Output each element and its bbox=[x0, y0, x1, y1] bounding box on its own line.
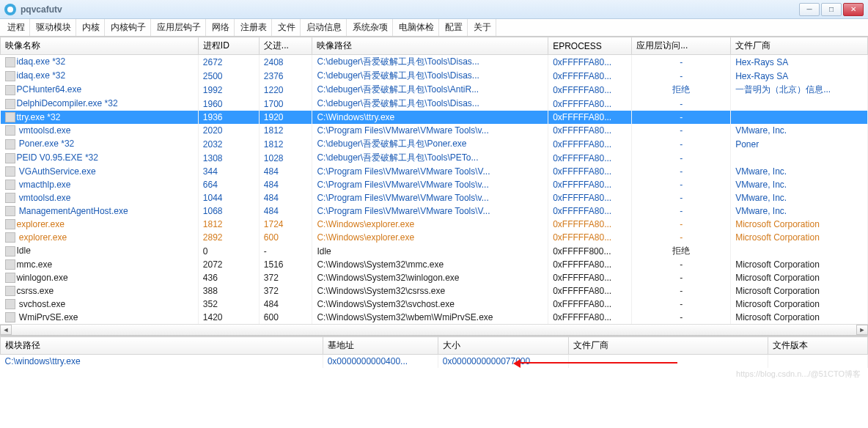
menu-10[interactable]: 电脑体检 bbox=[394, 19, 439, 36]
process-row[interactable]: VGAuthService.exe344484C:\Program Files\… bbox=[1, 165, 868, 178]
menu-2[interactable]: 内核 bbox=[78, 19, 105, 36]
cell: Hex-Rays SA bbox=[731, 55, 868, 70]
cell: - bbox=[632, 298, 731, 311]
cell: 1044 bbox=[198, 191, 259, 204]
proc-col-2[interactable]: 父进... bbox=[259, 37, 312, 55]
process-row[interactable]: idaq.exe *3226722408C:\debuger\吾爱破解工具包\T… bbox=[1, 55, 868, 70]
process-icon bbox=[5, 193, 15, 203]
process-icon bbox=[5, 71, 15, 81]
menu-1[interactable]: 驱动模块 bbox=[32, 19, 76, 36]
process-row[interactable]: ManagementAgentHost.exe1068484C:\Program… bbox=[1, 204, 868, 218]
proc-col-5[interactable]: 应用层访问... bbox=[632, 37, 731, 55]
mod-col-0[interactable]: 模块路径 bbox=[1, 337, 323, 355]
cell: idaq.exe *32 bbox=[1, 55, 199, 70]
cell: explorer.exe bbox=[1, 231, 199, 244]
cell: Microsoft Corporation bbox=[731, 218, 868, 231]
process-row[interactable]: idaq.exe *3225002376C:\debuger\吾爱破解工具包\T… bbox=[1, 69, 868, 83]
cell: 1700 bbox=[259, 97, 312, 111]
close-button[interactable]: ✕ bbox=[843, 3, 864, 16]
proc-col-0[interactable]: 映像名称 bbox=[1, 37, 199, 55]
cell bbox=[731, 111, 868, 124]
cell: 0xFFFFFA80... bbox=[548, 258, 632, 271]
cell: 2032 bbox=[198, 137, 259, 151]
module-row[interactable]: C:\windows\ttry.exe0x0000000000400...0x0… bbox=[1, 355, 868, 368]
menu-12[interactable]: 关于 bbox=[469, 19, 496, 36]
cell: 0xFFFFFA80... bbox=[548, 55, 632, 70]
mod-col-4[interactable]: 文件版本 bbox=[768, 337, 867, 355]
module-table-header[interactable]: 模块路径基地址大小文件厂商文件版本 bbox=[1, 337, 868, 355]
proc-col-3[interactable]: 映像路径 bbox=[312, 37, 548, 55]
process-icon bbox=[5, 139, 15, 150]
cell: - bbox=[632, 165, 731, 178]
process-table-wrap: 映像名称进程ID父进...映像路径EPROCESS应用层访问...文件厂商 id… bbox=[0, 37, 868, 324]
cell: 436 bbox=[198, 271, 259, 284]
minimize-button[interactable]: ─ bbox=[799, 3, 820, 16]
module-table[interactable]: 模块路径基地址大小文件厂商文件版本 C:\windows\ttry.exe0x0… bbox=[0, 336, 868, 368]
cell: ManagementAgentHost.exe bbox=[1, 204, 199, 218]
process-row[interactable]: svchost.exe352484C:\Windows\System32\svc… bbox=[1, 298, 868, 311]
process-row[interactable]: PEID V0.95.EXE *3213081028C:\debuger\吾爱破… bbox=[1, 151, 868, 165]
mod-col-1[interactable]: 基地址 bbox=[323, 337, 438, 355]
cell: C:\Windows\System32\svchost.exe bbox=[312, 298, 548, 311]
horizontal-scrollbar[interactable]: ◄ ► bbox=[0, 324, 868, 336]
cell: 0xFFFFFA80... bbox=[548, 311, 632, 324]
cell: 0xFFFFFA80... bbox=[548, 298, 632, 311]
cell: 2020 bbox=[198, 124, 259, 137]
scroll-right-arrow[interactable]: ► bbox=[856, 325, 868, 335]
cell: - bbox=[632, 271, 731, 284]
process-table-header[interactable]: 映像名称进程ID父进...映像路径EPROCESS应用层访问...文件厂商 bbox=[1, 37, 868, 55]
mod-col-3[interactable]: 文件厂商 bbox=[568, 337, 768, 355]
process-row[interactable]: vmtoolsd.exe20201812C:\Program Files\VMw… bbox=[1, 124, 868, 137]
cell: vmtoolsd.exe bbox=[1, 124, 199, 137]
cell: 2500 bbox=[198, 69, 259, 83]
process-row[interactable]: vmtoolsd.exe1044484C:\Program Files\VMwa… bbox=[1, 191, 868, 204]
process-row[interactable]: explorer.exe18121724C:\Windows\explorer.… bbox=[1, 218, 868, 231]
cell: - bbox=[632, 69, 731, 83]
cell: 484 bbox=[259, 204, 312, 218]
menu-0[interactable]: 进程 bbox=[3, 19, 30, 36]
process-icon bbox=[5, 206, 15, 216]
menu-4[interactable]: 应用层钩子 bbox=[152, 19, 206, 36]
process-row[interactable]: mmc.exe20721516C:\Windows\System32\mmc.e… bbox=[1, 258, 868, 271]
cell: C:\Program Files\VMware\VMware Tools\V..… bbox=[312, 204, 548, 218]
cell: VMware, Inc. bbox=[731, 124, 868, 137]
cell bbox=[731, 97, 868, 111]
proc-col-4[interactable]: EPROCESS bbox=[548, 37, 632, 55]
menu-5[interactable]: 网络 bbox=[207, 19, 235, 36]
menu-9[interactable]: 系统杂项 bbox=[348, 19, 393, 36]
proc-col-6[interactable]: 文件厂商 bbox=[731, 37, 868, 55]
cell: VMware, Inc. bbox=[731, 178, 868, 191]
cell: C:\Windows\System32\csrss.exe bbox=[312, 284, 548, 298]
cell: 一普明为（北京）信息... bbox=[731, 83, 868, 97]
cell: 0xFFFFFA80... bbox=[548, 165, 632, 178]
scroll-track[interactable] bbox=[23, 325, 845, 335]
cell bbox=[731, 151, 868, 165]
menu-6[interactable]: 注册表 bbox=[236, 19, 272, 36]
process-row[interactable]: vmacthlp.exe664484C:\Program Files\VMwar… bbox=[1, 178, 868, 191]
cell: 0xFFFFFA80... bbox=[548, 218, 632, 231]
process-row[interactable]: ttry.exe *3219361920C:\Windows\ttry.exe0… bbox=[1, 111, 868, 124]
process-row[interactable]: Idle0-Idle0xFFFFF800...拒绝 bbox=[1, 244, 868, 258]
maximize-button[interactable]: □ bbox=[821, 3, 842, 16]
process-row[interactable]: csrss.exe388372C:\Windows\System32\csrss… bbox=[1, 284, 868, 298]
process-icon bbox=[5, 153, 15, 163]
process-row[interactable]: winlogon.exe436372C:\Windows\System32\wi… bbox=[1, 271, 868, 284]
menu-7[interactable]: 文件 bbox=[273, 19, 301, 36]
process-row[interactable]: explorer.exe2892600C:\Windows\explorer.e… bbox=[1, 231, 868, 244]
menu-8[interactable]: 启动信息 bbox=[302, 19, 347, 36]
proc-col-1[interactable]: 进程ID bbox=[198, 37, 259, 55]
scroll-left-arrow[interactable]: ◄ bbox=[0, 325, 12, 335]
cell: VGAuthService.exe bbox=[1, 165, 199, 178]
cell: C:\debuger\吾爱破解工具包\Tools\AntiR... bbox=[312, 83, 548, 97]
process-table[interactable]: 映像名称进程ID父进...映像路径EPROCESS应用层访问...文件厂商 id… bbox=[0, 37, 868, 324]
menu-3[interactable]: 内核钩子 bbox=[106, 19, 151, 36]
cell: svchost.exe bbox=[1, 298, 199, 311]
mod-col-2[interactable]: 大小 bbox=[438, 337, 568, 355]
cell: C:\Windows\explorer.exe bbox=[312, 218, 548, 231]
menu-11[interactable]: 配置 bbox=[441, 19, 468, 36]
process-row[interactable]: WmiPrvSE.exe1420600C:\Windows\System32\w… bbox=[1, 311, 868, 324]
process-row[interactable]: Poner.exe *3220321812C:\debuger\吾爱破解工具包\… bbox=[1, 137, 868, 151]
process-row[interactable]: DelphiDecompiler.exe *3219601700C:\debug… bbox=[1, 97, 868, 111]
process-row[interactable]: PCHunter64.exe19921220C:\debuger\吾爱破解工具包… bbox=[1, 83, 868, 97]
process-icon bbox=[5, 259, 15, 270]
